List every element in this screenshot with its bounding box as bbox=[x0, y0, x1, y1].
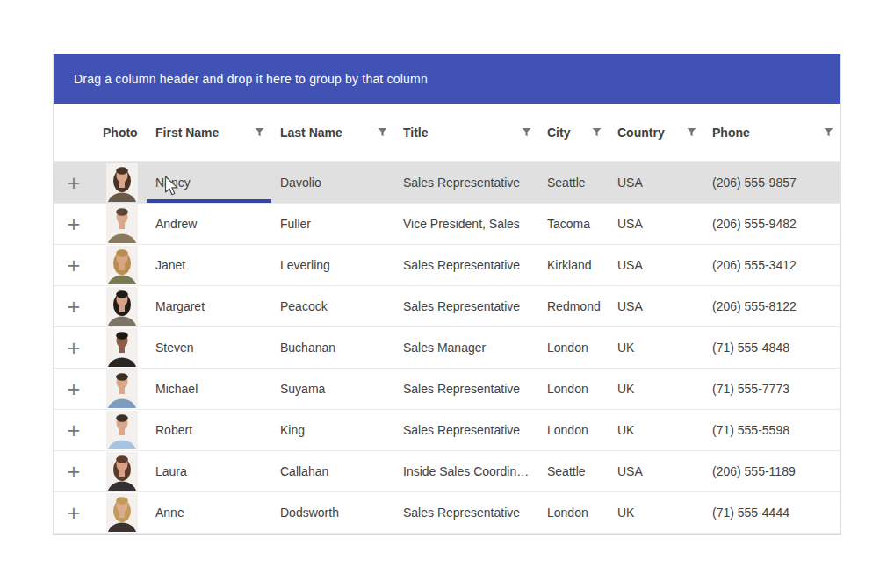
header-expand bbox=[54, 104, 94, 161]
city-cell[interactable]: Kirkland bbox=[538, 244, 609, 285]
photo-cell bbox=[94, 368, 147, 409]
first-name-filter-button[interactable] bbox=[253, 125, 266, 139]
last-name-cell[interactable]: King bbox=[271, 409, 394, 450]
phone-cell[interactable]: (71) 555-4848 bbox=[703, 326, 840, 368]
last-name-filter-button[interactable] bbox=[376, 125, 389, 139]
group-drop-zone[interactable]: Drag a column header and drop it here to… bbox=[54, 54, 840, 104]
country-cell[interactable]: USA bbox=[609, 244, 703, 285]
expand-row-button[interactable]: + bbox=[67, 215, 82, 233]
first-name-cell[interactable]: Andrew bbox=[147, 203, 271, 244]
employee-photo bbox=[106, 369, 138, 408]
title-cell[interactable]: Sales Representative bbox=[394, 409, 538, 450]
photo-cell bbox=[94, 326, 147, 368]
header-photo-label: Photo bbox=[103, 125, 138, 140]
table-row: + Laura Callahan Insi bbox=[54, 450, 840, 491]
country-cell[interactable]: UK bbox=[609, 368, 703, 409]
country-cell[interactable]: USA bbox=[609, 450, 703, 491]
phone-cell[interactable]: (206) 555-9857 bbox=[703, 161, 840, 203]
phone-cell[interactable]: (71) 555-5598 bbox=[703, 409, 840, 450]
phone-cell[interactable]: (71) 555-4444 bbox=[703, 491, 840, 533]
city-cell[interactable]: Tacoma bbox=[538, 203, 609, 244]
header-city-label: City bbox=[547, 125, 570, 140]
expand-row-button[interactable]: + bbox=[67, 504, 82, 521]
expand-cell: + bbox=[54, 244, 94, 285]
country-cell[interactable]: USA bbox=[609, 161, 703, 203]
last-name-cell[interactable]: Suyama bbox=[271, 368, 394, 409]
expand-cell: + bbox=[54, 203, 94, 244]
title-cell[interactable]: Sales Representative bbox=[394, 368, 538, 409]
expand-row-button[interactable]: + bbox=[67, 339, 82, 356]
city-cell[interactable]: London bbox=[538, 491, 609, 533]
expand-row-button[interactable]: + bbox=[67, 421, 82, 439]
expand-row-button[interactable]: + bbox=[67, 174, 82, 191]
photo-cell bbox=[94, 491, 147, 533]
expand-row-button[interactable]: + bbox=[67, 256, 82, 274]
phone-cell[interactable]: (71) 555-7773 bbox=[703, 368, 840, 409]
last-name-cell[interactable]: Buchanan bbox=[271, 326, 394, 368]
employees-table: Photo First Name Last Name Title bbox=[54, 104, 840, 534]
filter-funnel-icon bbox=[824, 127, 833, 137]
title-cell[interactable]: Sales Manager bbox=[394, 326, 538, 368]
title-cell[interactable]: Sales Representative bbox=[394, 161, 538, 203]
last-name-cell[interactable]: Leverling bbox=[271, 244, 394, 285]
city-cell[interactable]: London bbox=[538, 409, 609, 450]
first-name-cell[interactable]: Michael bbox=[147, 368, 271, 409]
last-name-cell[interactable]: Davolio bbox=[271, 161, 394, 203]
phone-cell[interactable]: (206) 555-3412 bbox=[703, 244, 840, 285]
city-cell[interactable]: Seattle bbox=[538, 161, 609, 203]
expand-row-button[interactable]: + bbox=[67, 298, 82, 315]
title-cell[interactable]: Vice President, Sales bbox=[394, 203, 538, 244]
city-filter-button[interactable] bbox=[590, 125, 603, 139]
phone-cell[interactable]: (206) 555-1189 bbox=[703, 450, 840, 491]
employee-photo bbox=[106, 204, 138, 243]
country-filter-button[interactable] bbox=[685, 125, 698, 139]
header-title[interactable]: Title bbox=[394, 104, 538, 161]
country-cell[interactable]: UK bbox=[609, 409, 703, 450]
country-cell[interactable]: USA bbox=[609, 203, 703, 244]
expand-cell: + bbox=[54, 409, 94, 450]
expand-row-button[interactable]: + bbox=[67, 380, 82, 398]
table-row: + Anne Dodsworth Sale bbox=[54, 491, 840, 533]
last-name-cell[interactable]: Peacock bbox=[271, 285, 394, 326]
first-name-cell[interactable]: Steven bbox=[147, 326, 271, 368]
header-first-name[interactable]: First Name bbox=[147, 104, 271, 161]
city-cell[interactable]: Seattle bbox=[538, 450, 609, 491]
header-last-name[interactable]: Last Name bbox=[271, 104, 394, 161]
title-filter-button[interactable] bbox=[520, 125, 533, 139]
phone-cell[interactable]: (206) 555-8122 bbox=[703, 285, 840, 326]
page: Drag a column header and drop it here to… bbox=[0, 0, 894, 588]
header-country[interactable]: Country bbox=[609, 104, 703, 161]
city-cell[interactable]: Redmond bbox=[538, 285, 609, 326]
first-name-cell[interactable]: Janet bbox=[147, 244, 271, 285]
title-cell[interactable]: Sales Representative bbox=[394, 491, 538, 533]
city-cell[interactable]: London bbox=[538, 326, 609, 368]
city-cell[interactable]: London bbox=[538, 368, 609, 409]
photo-cell bbox=[94, 244, 147, 285]
group-drop-zone-message: Drag a column header and drop it here to… bbox=[74, 72, 428, 86]
filter-funnel-icon bbox=[522, 127, 531, 137]
first-name-cell[interactable]: Robert bbox=[147, 409, 271, 450]
title-cell[interactable]: Sales Representative bbox=[394, 244, 538, 285]
first-name-cell[interactable]: Margaret bbox=[147, 285, 271, 326]
country-cell[interactable]: UK bbox=[609, 326, 703, 368]
first-name-cell[interactable]: Anne bbox=[147, 491, 271, 533]
last-name-cell[interactable]: Dodsworth bbox=[271, 491, 394, 533]
header-country-label: Country bbox=[617, 125, 665, 140]
header-city[interactable]: City bbox=[538, 104, 609, 161]
title-cell[interactable]: Inside Sales Coordinator bbox=[394, 450, 538, 491]
last-name-cell[interactable]: Callahan bbox=[271, 450, 394, 491]
last-name-cell[interactable]: Fuller bbox=[271, 203, 394, 244]
header-phone[interactable]: Phone bbox=[703, 104, 840, 161]
title-cell[interactable]: Sales Representative bbox=[394, 285, 538, 326]
country-cell[interactable]: UK bbox=[609, 491, 703, 533]
phone-cell[interactable]: (206) 555-9482 bbox=[703, 203, 840, 244]
first-name-cell[interactable]: Laura bbox=[147, 450, 271, 491]
header-first-name-label: First Name bbox=[155, 125, 219, 140]
first-name-cell[interactable]: Nancy bbox=[147, 161, 271, 203]
header-phone-label: Phone bbox=[712, 125, 750, 140]
expand-cell: + bbox=[54, 491, 94, 533]
country-cell[interactable]: USA bbox=[609, 285, 703, 326]
phone-filter-button[interactable] bbox=[822, 125, 835, 139]
header-photo[interactable]: Photo bbox=[94, 104, 147, 161]
expand-row-button[interactable]: + bbox=[67, 463, 82, 480]
